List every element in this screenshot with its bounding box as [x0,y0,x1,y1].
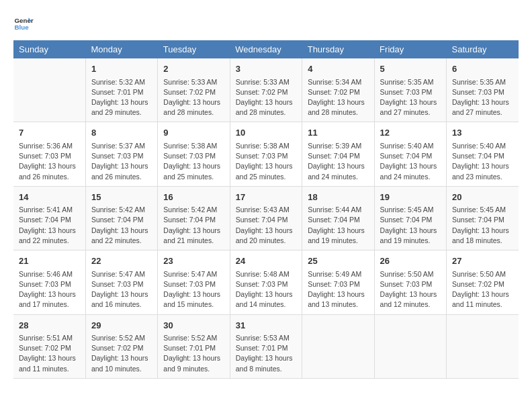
day-info: Sunrise: 5:44 AM Sunset: 7:04 PM Dayligh… [308,205,368,246]
calendar-cell: 29Sunrise: 5:52 AM Sunset: 7:02 PM Dayli… [85,314,157,378]
day-header-sunday: Sunday [13,40,85,58]
day-info: Sunrise: 5:38 AM Sunset: 7:03 PM Dayligh… [236,141,296,182]
day-header-wednesday: Wednesday [230,40,302,58]
day-info: Sunrise: 5:45 AM Sunset: 7:04 PM Dayligh… [380,205,441,246]
day-info: Sunrise: 5:33 AM Sunset: 7:02 PM Dayligh… [236,77,296,118]
calendar-cell: 16Sunrise: 5:42 AM Sunset: 7:04 PM Dayli… [158,186,230,250]
calendar-cell: 22Sunrise: 5:47 AM Sunset: 7:03 PM Dayli… [85,250,157,314]
day-info: Sunrise: 5:52 AM Sunset: 7:01 PM Dayligh… [163,333,224,374]
calendar-cell: 5Sunrise: 5:35 AM Sunset: 7:03 PM Daylig… [374,58,446,122]
day-number: 1 [91,62,152,76]
day-info: Sunrise: 5:47 AM Sunset: 7:03 PM Dayligh… [163,269,224,310]
calendar-cell: 15Sunrise: 5:42 AM Sunset: 7:04 PM Dayli… [85,186,157,250]
day-info: Sunrise: 5:32 AM Sunset: 7:01 PM Dayligh… [91,77,152,118]
svg-text:General: General [15,17,34,24]
day-info: Sunrise: 5:40 AM Sunset: 7:04 PM Dayligh… [380,141,441,182]
calendar-cell: 10Sunrise: 5:38 AM Sunset: 7:03 PM Dayli… [230,122,302,186]
calendar-cell: 25Sunrise: 5:49 AM Sunset: 7:03 PM Dayli… [302,250,374,314]
calendar-cell: 12Sunrise: 5:40 AM Sunset: 7:04 PM Dayli… [374,122,446,186]
day-number: 22 [91,255,152,268]
day-info: Sunrise: 5:42 AM Sunset: 7:04 PM Dayligh… [91,205,152,246]
day-number: 18 [308,191,368,204]
calendar-cell [447,314,519,378]
day-info: Sunrise: 5:43 AM Sunset: 7:04 PM Dayligh… [236,205,296,246]
day-number: 28 [19,319,80,332]
calendar-cell: 6Sunrise: 5:35 AM Sunset: 7:03 PM Daylig… [447,58,519,122]
day-info: Sunrise: 5:52 AM Sunset: 7:02 PM Dayligh… [91,333,152,374]
day-number: 23 [163,255,224,268]
day-info: Sunrise: 5:51 AM Sunset: 7:02 PM Dayligh… [19,333,80,374]
day-header-tuesday: Tuesday [158,40,230,58]
day-number: 7 [19,126,80,140]
calendar-table: SundayMondayTuesdayWednesdayThursdayFrid… [13,40,519,379]
day-number: 20 [452,191,513,204]
day-info: Sunrise: 5:48 AM Sunset: 7:03 PM Dayligh… [236,269,296,310]
day-info: Sunrise: 5:36 AM Sunset: 7:03 PM Dayligh… [19,141,80,182]
day-info: Sunrise: 5:45 AM Sunset: 7:04 PM Dayligh… [452,205,513,246]
day-number: 14 [19,191,80,204]
day-number: 25 [308,255,368,268]
calendar-cell: 27Sunrise: 5:50 AM Sunset: 7:02 PM Dayli… [447,250,519,314]
calendar-cell [302,314,374,378]
calendar-cell: 3Sunrise: 5:33 AM Sunset: 7:02 PM Daylig… [230,58,302,122]
day-info: Sunrise: 5:53 AM Sunset: 7:01 PM Dayligh… [236,333,296,374]
week-row-3: 14Sunrise: 5:41 AM Sunset: 7:04 PM Dayli… [13,186,519,250]
header-row: SundayMondayTuesdayWednesdayThursdayFrid… [13,40,519,58]
page-header: General Blue [13,13,519,34]
day-number: 12 [380,126,441,140]
day-info: Sunrise: 5:35 AM Sunset: 7:03 PM Dayligh… [452,77,513,118]
day-header-saturday: Saturday [447,40,519,58]
calendar-cell: 11Sunrise: 5:39 AM Sunset: 7:04 PM Dayli… [302,122,374,186]
calendar-cell: 4Sunrise: 5:34 AM Sunset: 7:02 PM Daylig… [302,58,374,122]
day-info: Sunrise: 5:42 AM Sunset: 7:04 PM Dayligh… [163,205,224,246]
calendar-cell: 8Sunrise: 5:37 AM Sunset: 7:03 PM Daylig… [85,122,157,186]
calendar-cell: 21Sunrise: 5:46 AM Sunset: 7:03 PM Dayli… [13,250,85,314]
day-header-friday: Friday [374,40,446,58]
day-number: 4 [308,62,368,76]
day-info: Sunrise: 5:37 AM Sunset: 7:03 PM Dayligh… [91,141,152,182]
calendar-cell: 14Sunrise: 5:41 AM Sunset: 7:04 PM Dayli… [13,186,85,250]
calendar-cell [13,58,85,122]
day-info: Sunrise: 5:50 AM Sunset: 7:03 PM Dayligh… [380,269,441,310]
day-number: 3 [236,62,296,76]
calendar-cell: 2Sunrise: 5:33 AM Sunset: 7:02 PM Daylig… [158,58,230,122]
calendar-cell: 30Sunrise: 5:52 AM Sunset: 7:01 PM Dayli… [158,314,230,378]
day-info: Sunrise: 5:46 AM Sunset: 7:03 PM Dayligh… [19,269,80,310]
day-info: Sunrise: 5:39 AM Sunset: 7:04 PM Dayligh… [308,141,368,182]
day-number: 31 [236,319,296,332]
day-number: 10 [236,126,296,140]
day-number: 6 [452,62,513,76]
calendar-cell: 26Sunrise: 5:50 AM Sunset: 7:03 PM Dayli… [374,250,446,314]
svg-text:Blue: Blue [15,24,30,31]
day-info: Sunrise: 5:34 AM Sunset: 7:02 PM Dayligh… [308,77,368,118]
day-number: 17 [236,191,296,204]
day-number: 21 [19,255,80,268]
calendar-cell: 1Sunrise: 5:32 AM Sunset: 7:01 PM Daylig… [85,58,157,122]
day-info: Sunrise: 5:40 AM Sunset: 7:04 PM Dayligh… [452,141,513,182]
day-header-monday: Monday [85,40,157,58]
day-info: Sunrise: 5:41 AM Sunset: 7:04 PM Dayligh… [19,205,80,246]
calendar-cell: 18Sunrise: 5:44 AM Sunset: 7:04 PM Dayli… [302,186,374,250]
calendar-cell: 31Sunrise: 5:53 AM Sunset: 7:01 PM Dayli… [230,314,302,378]
week-row-4: 21Sunrise: 5:46 AM Sunset: 7:03 PM Dayli… [13,250,519,314]
day-info: Sunrise: 5:47 AM Sunset: 7:03 PM Dayligh… [91,269,152,310]
calendar-cell: 20Sunrise: 5:45 AM Sunset: 7:04 PM Dayli… [447,186,519,250]
day-number: 29 [91,319,152,332]
calendar-cell: 7Sunrise: 5:36 AM Sunset: 7:03 PM Daylig… [13,122,85,186]
day-number: 13 [452,126,513,140]
calendar-cell: 23Sunrise: 5:47 AM Sunset: 7:03 PM Dayli… [158,250,230,314]
day-info: Sunrise: 5:33 AM Sunset: 7:02 PM Dayligh… [163,77,224,118]
day-header-thursday: Thursday [302,40,374,58]
day-info: Sunrise: 5:35 AM Sunset: 7:03 PM Dayligh… [380,77,441,118]
calendar-cell: 17Sunrise: 5:43 AM Sunset: 7:04 PM Dayli… [230,186,302,250]
calendar-cell: 24Sunrise: 5:48 AM Sunset: 7:03 PM Dayli… [230,250,302,314]
day-number: 26 [380,255,441,268]
day-number: 9 [163,126,224,140]
day-info: Sunrise: 5:49 AM Sunset: 7:03 PM Dayligh… [308,269,368,310]
day-number: 8 [91,126,152,140]
week-row-1: 1Sunrise: 5:32 AM Sunset: 7:01 PM Daylig… [13,58,519,122]
day-number: 30 [163,319,224,332]
calendar-cell: 13Sunrise: 5:40 AM Sunset: 7:04 PM Dayli… [447,122,519,186]
day-number: 11 [308,126,368,140]
day-number: 2 [163,62,224,76]
